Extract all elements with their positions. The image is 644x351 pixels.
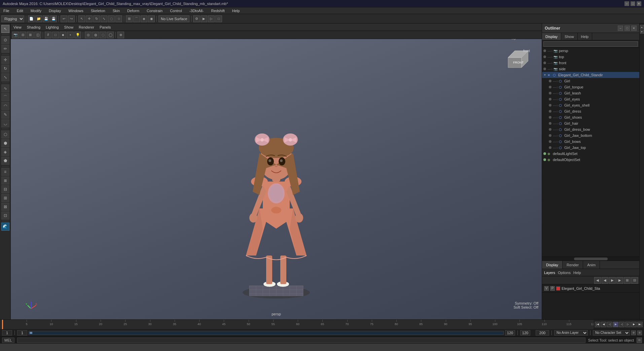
rpstab-help[interactable]: Help <box>573 271 581 275</box>
nurbs-btn[interactable]: ◈ <box>1 148 9 156</box>
current-frame-input[interactable] <box>2 330 12 336</box>
save-as-button[interactable]: 💾 <box>50 15 57 22</box>
vp-light[interactable]: 💡 <box>74 32 81 38</box>
tree-item-jaw-top[interactable]: —○ ⬡ Girl_Jaw_top <box>542 145 639 151</box>
play-beginning-btn[interactable]: |◀ <box>595 322 600 327</box>
snap-view[interactable]: ◉ <box>148 15 155 22</box>
layer-add-btn[interactable]: ◀ <box>594 277 601 284</box>
mesh-btn[interactable]: ⬡ <box>1 130 9 139</box>
viewport-canvas[interactable]: FRONT top front persp X Y Z <box>11 39 542 319</box>
timeline-ruler[interactable]: 0510152025303540455055606570758085909510… <box>2 320 594 329</box>
curve-tool-btn[interactable]: ∿ <box>1 84 9 92</box>
move-tool[interactable]: ✛ <box>86 15 93 22</box>
menu-skin[interactable]: Skin <box>111 8 121 13</box>
vp-xray[interactable]: ◎ <box>85 32 92 38</box>
outliner-tab-display[interactable]: Display <box>542 33 561 40</box>
layer-btn-3[interactable]: ⊟ <box>1 185 9 193</box>
menu-control[interactable]: Control <box>169 8 183 13</box>
layer-prev-btn[interactable]: ◀ <box>602 277 608 284</box>
view-cube[interactable]: FRONT top front <box>501 42 522 63</box>
prev-key-btn[interactable]: ◁ <box>607 322 612 327</box>
range-start-input[interactable] <box>17 330 27 336</box>
layer-p-btn[interactable]: P <box>550 286 555 291</box>
close-button[interactable]: ✕ <box>637 1 641 6</box>
menu-redshift[interactable]: Redshift <box>210 8 226 13</box>
render-settings[interactable]: ⚙ <box>193 15 200 22</box>
range-end-input[interactable] <box>505 330 515 336</box>
layer-btn-1[interactable]: ≡ <box>1 168 9 176</box>
outliner-search-input[interactable] <box>543 41 638 47</box>
menu-modify[interactable]: Modify <box>29 8 43 13</box>
rpstab-layers[interactable]: Layers <box>544 271 555 275</box>
outliner-maximize[interactable]: □ <box>624 26 630 31</box>
outliner-tree[interactable]: —○ 📷 persp —○ 📷 top —○ 📷 front —○ 📷 <box>542 48 639 257</box>
soft-mod-tool[interactable]: ◌ <box>108 15 115 22</box>
rptab-display[interactable]: Display <box>542 261 563 269</box>
move-tool-btn[interactable]: ✛ <box>1 56 9 64</box>
new-button[interactable]: 📄 <box>28 15 35 22</box>
char-set-btn[interactable]: ⚙ <box>631 330 636 335</box>
vp-menu-panels[interactable]: Panels <box>100 25 111 29</box>
ep-curve-btn[interactable]: ⌒ <box>1 93 9 101</box>
edge-btn-2[interactable]: ▼ <box>640 30 644 34</box>
tree-item-tongue[interactable]: —○ ⬡ Girl_tongue <box>542 84 639 90</box>
rotate-tool-btn[interactable]: ↻ <box>1 65 9 73</box>
render-current[interactable]: ▶ <box>201 15 207 22</box>
vp-menu-show[interactable]: Show <box>64 25 74 29</box>
pencil-btn[interactable]: ✎ <box>1 111 9 119</box>
layer-btn-2[interactable]: ≣ <box>1 177 9 185</box>
layer-next-btn[interactable]: ▶ <box>609 277 616 284</box>
next-key-btn[interactable]: ▷ <box>625 322 631 327</box>
next-frame-btn[interactable]: ▶ <box>631 322 637 327</box>
outliner-h-scrollbar[interactable] <box>542 257 639 261</box>
vp-hud[interactable]: ⊕ <box>117 32 124 38</box>
snap-curve[interactable]: ⌒ <box>133 15 140 22</box>
rpstab-options[interactable]: Options <box>558 271 571 275</box>
menu-constrain[interactable]: Constrain <box>145 8 164 13</box>
mode-dropdown[interactable]: Rigging <box>1 15 24 22</box>
tree-item-dress[interactable]: —○ ⬡ Girl_dress <box>542 108 639 114</box>
vp-fit-all[interactable]: ⊟ <box>20 32 26 38</box>
vp-wireframe[interactable]: □ <box>52 32 59 38</box>
anim-range-bar[interactable] <box>29 331 504 335</box>
cmd-input[interactable] <box>17 338 585 343</box>
rptab-render[interactable]: Render <box>563 261 583 269</box>
play-back-btn[interactable]: ◁ <box>619 322 624 327</box>
menu-skeleton[interactable]: Skeleton <box>90 8 107 13</box>
tree-item-leash[interactable]: —○ ⬡ Girl_leash <box>542 90 639 96</box>
scale-tool-btn[interactable]: ⤡ <box>1 73 9 81</box>
show-render[interactable]: □ <box>215 15 222 22</box>
anim-layer-dropdown[interactable]: No Anim Layer <box>554 330 588 336</box>
menu-deform[interactable]: Deform <box>126 8 141 13</box>
tree-item-dress-bow[interactable]: —○ ⬡ Girl_dress_bow <box>542 126 639 132</box>
character-set-dropdown[interactable]: No Character Set <box>593 330 630 336</box>
layer-v-btn[interactable]: V <box>544 286 549 291</box>
edge-btn-1[interactable]: ▲ <box>640 25 644 29</box>
vp-nurbs[interactable]: ◌ <box>100 32 106 38</box>
tree-item-jaw-bottom[interactable]: —○ ⬡ Girl_Jaw_bottom <box>542 132 639 139</box>
maximize-button[interactable]: □ <box>631 1 635 6</box>
vp-joints[interactable]: ◍ <box>92 32 99 38</box>
open-button[interactable]: 📁 <box>35 15 42 22</box>
show-man-tool[interactable]: ☆ <box>115 15 122 22</box>
tree-item-eyes[interactable]: —○ ⬡ Girl_eyes <box>542 96 639 102</box>
play-end-btn[interactable]: ▶| <box>637 322 643 327</box>
select-mode-btn[interactable]: ↖ <box>1 25 9 33</box>
vp-menu-view[interactable]: View <box>13 25 22 29</box>
cmd-mode-label[interactable]: MEL <box>2 338 14 343</box>
arc-btn[interactable]: ◡ <box>1 119 9 127</box>
rotate-tool[interactable]: ↻ <box>93 15 100 22</box>
anim-end-input[interactable] <box>520 330 530 336</box>
vp-texture[interactable]: ▪ <box>67 32 74 38</box>
vp-menu-renderer[interactable]: Renderer <box>79 25 94 29</box>
scale-tool[interactable]: ⤡ <box>101 15 107 22</box>
menu-windows[interactable]: Windows <box>67 8 85 13</box>
layer-collapse-btn[interactable]: ⊟ <box>631 277 638 284</box>
save-button[interactable]: 💾 <box>43 15 49 22</box>
anim-max-input[interactable] <box>536 330 549 336</box>
tree-item-girl[interactable]: —○ ⬡ Girl <box>542 78 639 84</box>
layer-end-btn[interactable]: ▶ <box>616 277 623 284</box>
layer-expand-btn[interactable]: ⊞ <box>624 277 631 284</box>
h-scroll-thumb[interactable] <box>574 258 608 260</box>
layer-btn-4[interactable]: ⊞ <box>1 194 9 202</box>
